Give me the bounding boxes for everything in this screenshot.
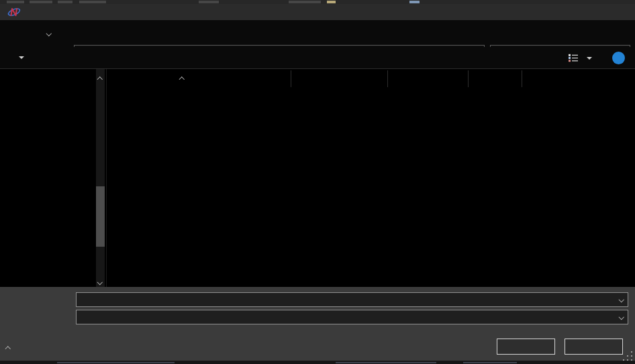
- chevron-up-icon: [5, 347, 11, 352]
- sort-ascending-icon: [180, 74, 184, 83]
- titlebar: [0, 4, 635, 20]
- up-icon[interactable]: [56, 20, 72, 47]
- hide-folders-button[interactable]: [6, 343, 16, 356]
- new-folder-button[interactable]: [66, 47, 79, 68]
- file-name-dropdown-icon[interactable]: [618, 297, 624, 302]
- organize-dropdown-icon: [19, 56, 24, 59]
- navigation-bar: [0, 20, 635, 47]
- background-taskbar-sliver: [0, 361, 635, 364]
- scroll-down-icon[interactable]: [98, 276, 102, 286]
- save-button[interactable]: [497, 339, 555, 355]
- back-icon[interactable]: [4, 20, 21, 47]
- file-name-input[interactable]: [76, 292, 628, 307]
- cancel-button[interactable]: [565, 339, 623, 355]
- scroll-up-icon[interactable]: [98, 74, 102, 83]
- views-icon[interactable]: [568, 54, 579, 62]
- save-type-select[interactable]: [76, 310, 628, 324]
- close-icon[interactable]: [605, 4, 635, 20]
- resize-grip[interactable]: [623, 351, 632, 361]
- save-dialog: [0, 0, 635, 364]
- help-button[interactable]: [612, 52, 625, 64]
- save-panel: [0, 287, 635, 361]
- save-type-dropdown-icon[interactable]: [618, 314, 624, 320]
- command-toolbar: [0, 47, 635, 69]
- content-area: [0, 69, 635, 287]
- forward-icon[interactable]: [24, 20, 42, 47]
- recent-locations-icon[interactable]: [43, 20, 55, 47]
- views-dropdown-icon[interactable]: [587, 57, 592, 60]
- scrollbar-thumb[interactable]: [96, 186, 105, 247]
- organize-button[interactable]: [7, 47, 31, 68]
- sidebar-scrollbar[interactable]: [96, 69, 105, 287]
- novetus-app-icon: [7, 6, 21, 18]
